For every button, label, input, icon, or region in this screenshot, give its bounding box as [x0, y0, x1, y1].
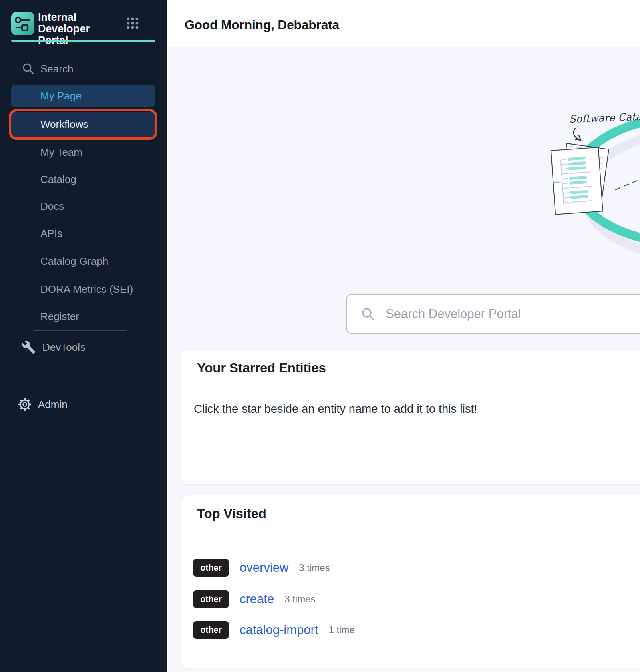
catalog-paper-back: [558, 143, 609, 208]
entity-link-overview[interactable]: overview: [239, 561, 288, 575]
app-logo[interactable]: [11, 12, 34, 35]
sidebar-item-catalog[interactable]: Catalog: [11, 168, 155, 191]
sidebar-section-divider: [11, 376, 156, 376]
portal-search-input[interactable]: [385, 306, 611, 322]
toggles-logo-icon: [11, 12, 34, 35]
software-catalog-illustration: Software Catalog: [167, 47, 640, 328]
arrow-icon: [574, 128, 581, 140]
sidebar-item-search[interactable]: Search: [11, 58, 155, 80]
sidebar-item-label: Catalog: [40, 173, 76, 186]
visit-count: 3 times: [284, 594, 315, 605]
sidebar-item-label: My Page: [40, 90, 82, 102]
search-icon: [22, 62, 35, 76]
starred-entities-empty-message: Click the star beside an entity name to …: [194, 402, 477, 416]
sidebar-item-label: Docs: [40, 200, 64, 213]
catalog-paper-front: [551, 147, 603, 215]
top-visited-row: other catalog-import 1 time: [193, 621, 355, 639]
kind-badge: other: [193, 559, 229, 577]
sidebar-item-label: Catalog Graph: [40, 255, 108, 268]
starred-entities-title: Your Starred Entities: [197, 360, 326, 376]
illustration-caption: Software Catalog: [569, 110, 640, 125]
ring-shadow: [584, 130, 640, 260]
sidebar-item-register[interactable]: Register: [11, 305, 155, 328]
gear-icon: [18, 397, 32, 412]
sidebar-item-label: APIs: [40, 227, 62, 240]
portal-search: [346, 294, 640, 334]
page-header: Good Morning, Debabrata: [167, 0, 640, 47]
sidebar-item-label: Register: [40, 310, 79, 323]
entity-link-create[interactable]: create: [239, 592, 274, 606]
sidebar-item-apis[interactable]: APIs: [11, 222, 155, 245]
main-content: Software Catalog: [167, 47, 640, 672]
sidebar-item-workflows[interactable]: Workflows: [11, 112, 155, 137]
sidebar-item-catalog-graph[interactable]: Catalog Graph: [11, 250, 155, 272]
search-icon: [361, 307, 375, 321]
sidebar-item-label: Search: [40, 63, 73, 75]
sidebar-item-my-team[interactable]: My Team: [11, 141, 155, 163]
dashed-connector: [615, 179, 640, 190]
top-visited-row: other create 3 times: [193, 590, 316, 608]
sidebar-item-my-page[interactable]: My Page: [11, 85, 155, 107]
entity-link-catalog-import[interactable]: catalog-import: [239, 623, 318, 637]
visit-count: 3 times: [299, 562, 330, 573]
sidebar: Internal Developer Portal Search My Page…: [0, 0, 167, 672]
sidebar-item-devtools[interactable]: DevTools: [11, 336, 155, 358]
starred-entities-card: Your Starred Entities Click the star bes…: [181, 350, 640, 484]
top-visited-row: other overview 3 times: [193, 559, 330, 577]
sidebar-item-dora-metrics[interactable]: DORA Metrics (SEI): [11, 278, 155, 300]
main-area: Good Morning, Debabrata Software Catalog: [167, 0, 640, 672]
top-visited-title: Top Visited: [197, 506, 266, 521]
greeting-title: Good Morning, Debabrata: [185, 18, 339, 32]
sidebar-item-label: DORA Metrics (SEI): [40, 283, 133, 296]
sidebar-item-label: Workflows: [40, 118, 88, 131]
sidebar-item-docs[interactable]: Docs: [11, 195, 155, 217]
sidebar-item-label: Admin: [38, 398, 68, 411]
sidebar-item-admin[interactable]: Admin: [11, 393, 155, 416]
sidebar-item-label: My Team: [40, 146, 83, 159]
teal-ring: [575, 116, 640, 244]
apps-grid-icon[interactable]: [127, 17, 139, 29]
kind-badge: other: [193, 621, 229, 639]
top-visited-card: Top Visited other overview 3 times other…: [181, 495, 640, 668]
visit-count: 1 time: [328, 624, 354, 636]
app-title-line1: Internal Developer: [38, 12, 126, 35]
wrench-icon: [22, 340, 36, 354]
sidebar-accent-rule: [11, 40, 155, 42]
kind-badge: other: [193, 590, 229, 608]
sidebar-item-label: DevTools: [42, 341, 85, 354]
sidebar-divider: [34, 330, 127, 331]
